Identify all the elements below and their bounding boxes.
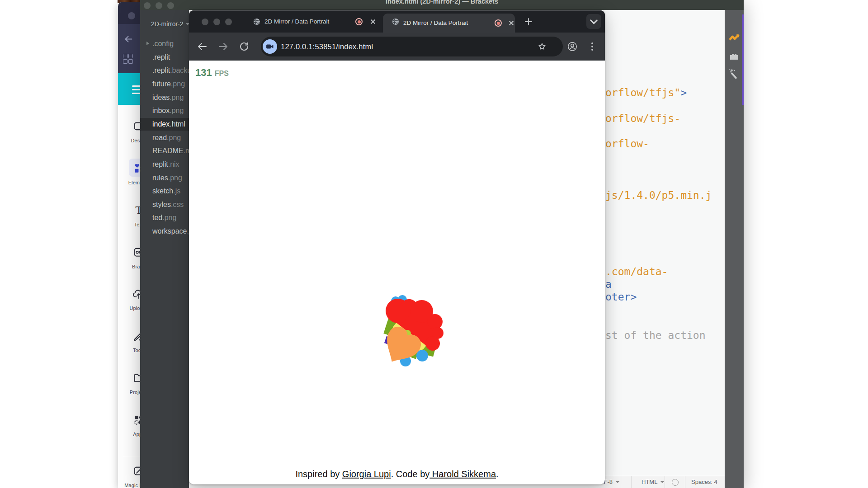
tab-title: 2D Mirror / Data Portrait xyxy=(264,10,345,33)
address-bar[interactable]: 127.0.0.1:53851/index.html xyxy=(261,37,563,56)
reload-button[interactable] xyxy=(239,41,250,52)
file-name-label: replit.nix xyxy=(152,158,179,171)
chevron-down-icon xyxy=(616,481,619,483)
live-graph-icon[interactable] xyxy=(729,33,740,43)
file-styles.css[interactable]: styles.css xyxy=(140,198,189,211)
minimize-traffic-light[interactable] xyxy=(213,19,220,25)
file-name-label: .config xyxy=(152,38,174,50)
scrollbar-thumb[interactable] xyxy=(742,14,744,105)
code-segment: oter> xyxy=(605,291,637,303)
brackets-titlebar[interactable]: index.html (2D-mirror-2) — Brackets xyxy=(140,0,744,10)
file-name-label: sketch.js xyxy=(152,185,180,197)
file-replit.nix[interactable]: replit.nix xyxy=(140,158,189,171)
file-dot-config[interactable]: .config xyxy=(140,38,189,50)
zoom-traffic-light[interactable] xyxy=(225,19,232,25)
file-read.png[interactable]: read.png xyxy=(140,131,189,144)
file-name-label: .replit xyxy=(152,51,170,64)
forward-button[interactable] xyxy=(218,41,229,52)
code-segment: orflow- xyxy=(605,138,649,150)
file-index.html[interactable]: index.html xyxy=(140,118,189,131)
recording-indicator-icon xyxy=(355,18,363,25)
divider xyxy=(631,476,632,488)
magic-wand-icon[interactable] xyxy=(729,69,740,80)
file-name-label: styles.css xyxy=(152,198,184,211)
code-segment: > xyxy=(680,87,687,99)
file-name-label: ted.png xyxy=(152,211,176,224)
code-segment: a xyxy=(605,278,612,290)
file-rules.png[interactable]: rules.png xyxy=(140,172,189,184)
code-segment: .com/data- xyxy=(605,266,668,277)
lint-status-icon[interactable] xyxy=(672,479,679,486)
fps-counter: 131FPS xyxy=(195,67,229,79)
code-line: orflow/tfjs- xyxy=(605,112,680,125)
tab-close-icon[interactable] xyxy=(508,19,515,27)
code-segment: orflow/tfjs- xyxy=(605,113,680,124)
window-title: index.html (2D-mirror-2) — Brackets xyxy=(140,0,744,5)
tab-search-button[interactable] xyxy=(586,14,601,29)
file-ted.png[interactable]: ted.png xyxy=(140,211,189,224)
code-line: oter> xyxy=(605,291,637,303)
globe-favicon xyxy=(253,18,260,25)
file-name-label: future.png xyxy=(152,78,185,90)
chrome-tabstrip: 2D Mirror / Data Portrait 2D Mirror / Da… xyxy=(189,10,605,33)
generative-blob-art xyxy=(353,271,470,389)
divider xyxy=(685,476,685,488)
chrome-toolbar: 127.0.0.1:53851/index.html xyxy=(189,33,605,61)
file-name-label: ideas.png xyxy=(152,91,184,104)
language-selector[interactable]: HTML xyxy=(642,479,664,485)
chevron-down-icon xyxy=(660,481,664,483)
tab-2d-mirror-2-active[interactable]: 2D Mirror / Data Portrait xyxy=(383,14,515,33)
avatar[interactable] xyxy=(128,12,135,19)
globe-favicon xyxy=(392,18,399,25)
apps-grid-icon[interactable] xyxy=(123,54,133,64)
code-line: orflow/tfjs"> xyxy=(605,86,687,99)
profile-avatar-icon[interactable] xyxy=(567,42,577,52)
file-dot-replit[interactable]: .replit xyxy=(140,51,189,64)
chrome-window: 2D Mirror / Data Portrait 2D Mirror / Da… xyxy=(189,10,605,484)
file-future.png[interactable]: future.png xyxy=(140,78,189,90)
file-ideas.png[interactable]: ideas.png xyxy=(140,91,189,104)
code-line: orflow- xyxy=(605,137,649,150)
tab-title: 2D Mirror / Data Portrait xyxy=(403,14,491,33)
menu-dots-icon[interactable] xyxy=(588,42,596,52)
back-button[interactable] xyxy=(197,41,208,52)
code-line: js/1.4.0/p5.min.j xyxy=(605,189,712,202)
file-name-label: .replit.backup xyxy=(152,64,189,77)
bookmark-star-icon[interactable] xyxy=(538,42,547,51)
file-readme.md[interactable]: README.md xyxy=(140,145,189,157)
file-name-label: README.md xyxy=(152,145,189,157)
divider xyxy=(665,476,665,488)
file-workspace.json[interactable]: workspace.json xyxy=(140,225,189,238)
code-segment: st of the action xyxy=(605,329,706,341)
tab-close-icon[interactable] xyxy=(369,18,377,25)
tab-2d-mirror-1[interactable]: 2D Mirror / Data Portrait xyxy=(244,10,381,33)
extension-manager-icon[interactable] xyxy=(729,51,740,62)
chevron-down-icon xyxy=(186,23,189,25)
file-inbox.png[interactable]: inbox.png xyxy=(140,104,189,117)
back-arrow-icon[interactable] xyxy=(124,34,133,44)
file-dot-replit.backup[interactable]: .replit.backup xyxy=(140,64,189,77)
caption-text: . Code by xyxy=(391,469,430,479)
new-tab-button[interactable] xyxy=(523,16,534,27)
link-harold-sikkema[interactable]: Harold Sikkema xyxy=(429,469,496,479)
code-segment: orflow/tfjs" xyxy=(605,87,680,99)
file-sketch.js[interactable]: sketch.js xyxy=(140,185,189,197)
caption-text: Inspired by xyxy=(295,469,342,479)
close-traffic-light[interactable] xyxy=(202,19,208,25)
disclosure-triangle-icon[interactable] xyxy=(146,42,149,45)
file-name-label: inbox.png xyxy=(152,104,184,117)
caption-text: . xyxy=(496,469,499,479)
tab-capture-badge xyxy=(263,39,277,54)
page-caption: Inspired by Giorgia Lupi. Code by Harold… xyxy=(189,469,605,479)
brackets-file-tree: 2D-mirror-2 .config.replit.replit.backup… xyxy=(140,10,189,488)
indent-setting[interactable]: Spaces: 4 xyxy=(691,479,717,485)
file-name-label: read.png xyxy=(152,131,181,144)
url-text[interactable]: 127.0.0.1:53851/index.html xyxy=(281,37,373,56)
code-line: st of the action xyxy=(605,329,706,342)
project-dropdown[interactable]: 2D-mirror-2 xyxy=(151,20,189,28)
file-name-label: workspace.json xyxy=(152,225,189,238)
browser-page: 131FPS xyxy=(189,61,605,484)
video-camera-icon xyxy=(265,42,274,51)
link-giorgia-lupi[interactable]: Giorgia Lupi xyxy=(342,469,391,479)
code-line: a xyxy=(605,278,612,291)
